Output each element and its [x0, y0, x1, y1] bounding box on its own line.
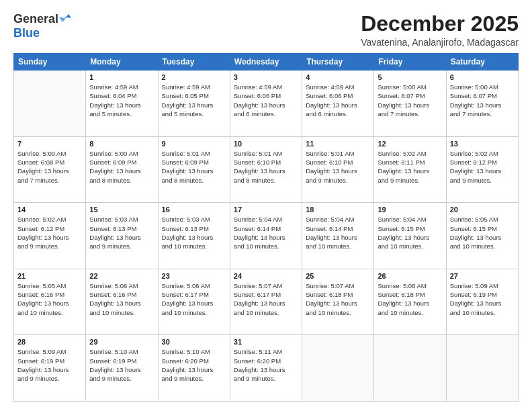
calendar-cell: 8Sunrise: 5:00 AMSunset: 6:09 PMDaylight…: [86, 136, 158, 203]
day-number: 13: [450, 140, 515, 148]
day-number: 27: [450, 272, 515, 280]
day-number: 2: [162, 73, 226, 81]
day-info: Sunrise: 5:09 AMSunset: 6:19 PMDaylight:…: [450, 281, 515, 317]
day-info: Sunrise: 5:05 AMSunset: 6:16 PMDaylight:…: [17, 281, 82, 317]
day-info: Sunrise: 5:06 AMSunset: 6:17 PMDaylight:…: [162, 281, 226, 317]
col-tuesday: Tuesday: [158, 54, 230, 71]
day-number: 29: [89, 338, 154, 346]
calendar-cell: 30Sunrise: 5:10 AMSunset: 6:20 PMDayligh…: [158, 335, 230, 402]
calendar-cell: [374, 335, 446, 402]
calendar-cell: 18Sunrise: 5:04 AMSunset: 6:14 PMDayligh…: [302, 203, 374, 269]
location: Vavatenina, Analanjirofo, Madagascar: [361, 37, 519, 48]
header: General Blue December 2025 Vavatenina, A…: [13, 12, 519, 48]
col-friday: Friday: [374, 54, 446, 71]
day-number: 5: [378, 73, 442, 81]
col-saturday: Saturday: [446, 54, 518, 71]
day-number: 3: [234, 73, 298, 81]
day-info: Sunrise: 5:02 AMSunset: 6:12 PMDaylight:…: [17, 215, 82, 250]
calendar-cell: 6Sunrise: 5:00 AMSunset: 6:07 PMDaylight…: [446, 71, 518, 137]
calendar-cell: 7Sunrise: 5:00 AMSunset: 6:08 PMDaylight…: [14, 136, 86, 203]
day-info: Sunrise: 5:07 AMSunset: 6:18 PMDaylight:…: [306, 281, 370, 317]
day-number: 17: [234, 205, 298, 214]
calendar-row-2: 14Sunrise: 5:02 AMSunset: 6:12 PMDayligh…: [14, 203, 519, 269]
calendar-cell: 14Sunrise: 5:02 AMSunset: 6:12 PMDayligh…: [14, 203, 86, 269]
calendar-cell: 9Sunrise: 5:01 AMSunset: 6:09 PMDaylight…: [158, 136, 230, 203]
col-sunday: Sunday: [14, 54, 86, 71]
calendar-cell: 24Sunrise: 5:07 AMSunset: 6:17 PMDayligh…: [230, 269, 302, 335]
calendar-row-1: 7Sunrise: 5:00 AMSunset: 6:08 PMDaylight…: [14, 136, 519, 203]
calendar-cell: [446, 335, 518, 402]
day-info: Sunrise: 5:04 AMSunset: 6:14 PMDaylight:…: [234, 215, 298, 250]
calendar-cell: 26Sunrise: 5:08 AMSunset: 6:18 PMDayligh…: [374, 269, 446, 335]
day-info: Sunrise: 4:59 AMSunset: 6:06 PMDaylight:…: [234, 83, 298, 118]
calendar-cell: 27Sunrise: 5:09 AMSunset: 6:19 PMDayligh…: [446, 269, 518, 335]
col-thursday: Thursday: [302, 54, 374, 71]
day-number: 1: [89, 73, 154, 81]
col-monday: Monday: [86, 54, 158, 71]
calendar-cell: 25Sunrise: 5:07 AMSunset: 6:18 PMDayligh…: [302, 269, 374, 335]
calendar-row-3: 21Sunrise: 5:05 AMSunset: 6:16 PMDayligh…: [14, 269, 519, 335]
day-info: Sunrise: 5:00 AMSunset: 6:07 PMDaylight:…: [450, 83, 515, 118]
day-number: 10: [234, 140, 298, 148]
day-info: Sunrise: 5:00 AMSunset: 6:09 PMDaylight:…: [89, 149, 154, 185]
calendar-cell: 5Sunrise: 5:00 AMSunset: 6:07 PMDaylight…: [374, 71, 446, 137]
day-number: 31: [234, 338, 298, 346]
calendar-header-row: Sunday Monday Tuesday Wednesday Thursday…: [14, 54, 519, 71]
day-number: 11: [306, 140, 370, 148]
calendar-cell: [14, 71, 86, 137]
day-info: Sunrise: 5:02 AMSunset: 6:12 PMDaylight:…: [450, 149, 515, 185]
calendar-cell: 29Sunrise: 5:10 AMSunset: 6:19 PMDayligh…: [86, 335, 158, 402]
calendar-row-4: 28Sunrise: 5:09 AMSunset: 6:19 PMDayligh…: [14, 335, 519, 402]
day-info: Sunrise: 5:01 AMSunset: 6:10 PMDaylight:…: [306, 149, 370, 185]
calendar-cell: 20Sunrise: 5:05 AMSunset: 6:15 PMDayligh…: [446, 203, 518, 269]
day-number: 14: [17, 205, 82, 214]
day-info: Sunrise: 5:05 AMSunset: 6:15 PMDaylight:…: [450, 215, 515, 250]
col-wednesday: Wednesday: [230, 54, 302, 71]
day-number: 30: [162, 338, 226, 346]
calendar-cell: 13Sunrise: 5:02 AMSunset: 6:12 PMDayligh…: [446, 136, 518, 203]
logo: General Blue: [13, 12, 71, 40]
day-info: Sunrise: 4:59 AMSunset: 6:06 PMDaylight:…: [306, 83, 370, 118]
month-title: December 2025: [361, 12, 519, 36]
day-info: Sunrise: 5:11 AMSunset: 6:20 PMDaylight:…: [234, 347, 298, 383]
day-number: 19: [378, 205, 442, 214]
calendar-cell: 31Sunrise: 5:11 AMSunset: 6:20 PMDayligh…: [230, 335, 302, 402]
day-info: Sunrise: 5:03 AMSunset: 6:13 PMDaylight:…: [89, 215, 154, 250]
calendar-cell: 22Sunrise: 5:06 AMSunset: 6:16 PMDayligh…: [86, 269, 158, 335]
calendar-cell: 16Sunrise: 5:03 AMSunset: 6:13 PMDayligh…: [158, 203, 230, 269]
calendar-cell: 3Sunrise: 4:59 AMSunset: 6:06 PMDaylight…: [230, 71, 302, 137]
day-number: 28: [17, 338, 82, 346]
day-info: Sunrise: 4:59 AMSunset: 6:05 PMDaylight:…: [162, 83, 226, 118]
day-number: 9: [162, 140, 226, 148]
calendar-cell: 17Sunrise: 5:04 AMSunset: 6:14 PMDayligh…: [230, 203, 302, 269]
day-number: 15: [89, 205, 154, 214]
logo-bird-icon: [59, 13, 71, 24]
calendar-cell: 10Sunrise: 5:01 AMSunset: 6:10 PMDayligh…: [230, 136, 302, 203]
day-number: 16: [162, 205, 226, 214]
day-info: Sunrise: 5:08 AMSunset: 6:18 PMDaylight:…: [378, 281, 442, 317]
calendar-table: Sunday Monday Tuesday Wednesday Thursday…: [13, 53, 519, 402]
calendar-cell: 11Sunrise: 5:01 AMSunset: 6:10 PMDayligh…: [302, 136, 374, 203]
calendar-cell: 19Sunrise: 5:04 AMSunset: 6:15 PMDayligh…: [374, 203, 446, 269]
calendar-cell: 28Sunrise: 5:09 AMSunset: 6:19 PMDayligh…: [14, 335, 86, 402]
day-info: Sunrise: 5:10 AMSunset: 6:20 PMDaylight:…: [162, 347, 226, 383]
day-number: 26: [378, 272, 442, 280]
day-info: Sunrise: 4:59 AMSunset: 6:04 PMDaylight:…: [89, 83, 154, 118]
page: General Blue December 2025 Vavatenina, A…: [0, 0, 532, 411]
day-number: 12: [378, 140, 442, 148]
title-block: December 2025 Vavatenina, Analanjirofo, …: [361, 12, 519, 48]
day-number: 7: [17, 140, 82, 148]
day-number: 24: [234, 272, 298, 280]
day-number: 21: [17, 272, 82, 280]
day-number: 4: [306, 73, 370, 81]
calendar-cell: 23Sunrise: 5:06 AMSunset: 6:17 PMDayligh…: [158, 269, 230, 335]
day-info: Sunrise: 5:03 AMSunset: 6:13 PMDaylight:…: [162, 215, 226, 250]
calendar-cell: [302, 335, 374, 402]
calendar-row-0: 1Sunrise: 4:59 AMSunset: 6:04 PMDaylight…: [14, 71, 519, 137]
day-number: 6: [450, 73, 515, 81]
logo-blue: Blue: [13, 26, 40, 40]
day-number: 25: [306, 272, 370, 280]
calendar-cell: 15Sunrise: 5:03 AMSunset: 6:13 PMDayligh…: [86, 203, 158, 269]
day-info: Sunrise: 5:04 AMSunset: 6:15 PMDaylight:…: [378, 215, 442, 250]
day-info: Sunrise: 5:09 AMSunset: 6:19 PMDaylight:…: [17, 347, 82, 383]
